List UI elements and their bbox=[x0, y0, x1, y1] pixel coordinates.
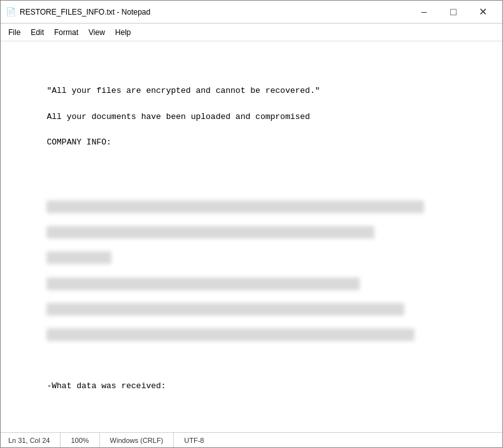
menu-file[interactable]: File bbox=[3, 27, 25, 38]
status-bar: Ln 31, Col 24 100% Windows (CRLF) UTF-8 bbox=[1, 432, 502, 447]
redacted-info-2: eiusmod tempor incididunt ut labore et d… bbox=[46, 226, 374, 239]
line-company: COMPANY INFO: bbox=[46, 137, 111, 147]
notepad-icon: 📄 bbox=[6, 7, 16, 17]
menu-help[interactable]: Help bbox=[110, 27, 136, 38]
window-controls: ‒ □ ✕ bbox=[409, 3, 497, 21]
line-col: Ln 31, Col 24 bbox=[8, 437, 50, 444]
line-uploaded: All your documents have been uploaded an… bbox=[46, 112, 309, 122]
title-bar: 📄 RESTORE_FILES_INFO.txt - Notepad ‒ □ ✕ bbox=[1, 1, 502, 24]
redacted-info-5: ea commodo consequat duis aute irure dol… bbox=[46, 303, 404, 316]
text-editor[interactable]: "All your files are encrypted and cannot… bbox=[1, 41, 502, 432]
zoom-level: 100% bbox=[71, 437, 89, 444]
redacted-info-4: quis nostrud exercitation ullamco labori… bbox=[46, 277, 359, 290]
redacted-info-3: enim ad minim bbox=[46, 251, 111, 264]
menu-edit[interactable]: Edit bbox=[25, 27, 49, 38]
minimize-button[interactable]: ‒ bbox=[409, 3, 439, 21]
app-icon: 📄 bbox=[6, 7, 16, 17]
close-button[interactable]: ✕ bbox=[468, 3, 497, 21]
status-encoding: Windows (CRLF) bbox=[100, 433, 174, 447]
content-area: TALOS "All your files are encrypted and … bbox=[1, 41, 502, 432]
window-title: RESTORE_FILES_INFO.txt - Notepad bbox=[20, 8, 409, 17]
menu-view[interactable]: View bbox=[83, 27, 110, 38]
line-encrypted: "All your files are encrypted and cannot… bbox=[46, 86, 320, 95]
document-content: "All your files are encrypted and cannot… bbox=[7, 72, 496, 432]
menu-format[interactable]: Format bbox=[49, 27, 83, 38]
section-data-received: -What data was received: bbox=[46, 381, 166, 391]
redacted-info-1: Lorem ipsum dolor sit amet consectetur a… bbox=[46, 200, 424, 213]
status-zoom: 100% bbox=[60, 433, 99, 447]
notepad-window: 📄 RESTORE_FILES_INFO.txt - Notepad ‒ □ ✕… bbox=[0, 0, 503, 448]
menu-bar: File Edit Format View Help bbox=[1, 24, 502, 41]
redacted-info-6: voluptate velit esse cillum dolore eu fu… bbox=[46, 328, 414, 341]
line-ending: Windows (CRLF) bbox=[110, 437, 164, 444]
maximize-button[interactable]: □ bbox=[439, 3, 468, 21]
status-charset: UTF-8 bbox=[174, 433, 214, 447]
charset-label: UTF-8 bbox=[184, 437, 204, 444]
status-position: Ln 31, Col 24 bbox=[6, 433, 60, 447]
